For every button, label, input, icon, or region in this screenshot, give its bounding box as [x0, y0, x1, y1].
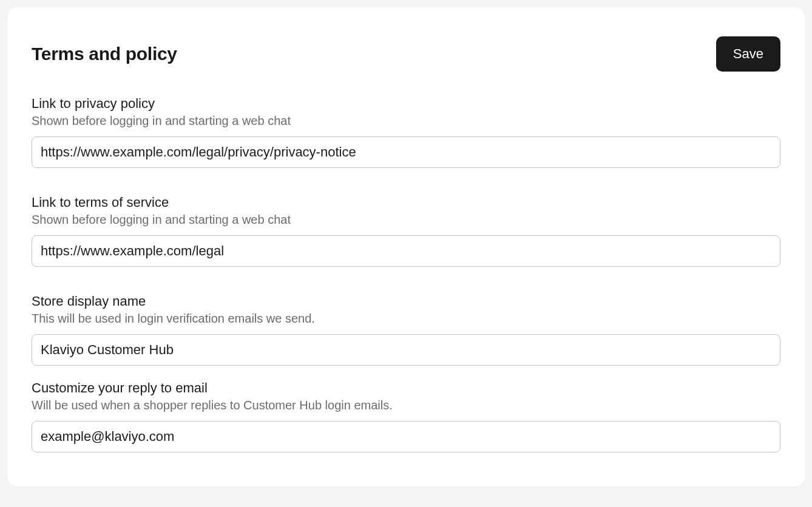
field-group-store-name: Store display name This will be used in …	[32, 294, 780, 366]
privacy-helper: Shown before logging in and starting a w…	[32, 114, 780, 128]
reply-to-input[interactable]	[32, 421, 780, 452]
store-name-label: Store display name	[32, 294, 780, 309]
field-group-privacy: Link to privacy policy Shown before logg…	[32, 96, 780, 168]
save-button[interactable]: Save	[716, 36, 780, 72]
privacy-label: Link to privacy policy	[32, 96, 780, 112]
reply-to-label: Customize your reply to email	[32, 380, 780, 396]
store-name-helper: This will be used in login verification …	[32, 312, 780, 326]
terms-helper: Shown before logging in and starting a w…	[32, 213, 780, 227]
terms-input[interactable]	[32, 235, 780, 267]
store-name-input[interactable]	[32, 334, 780, 366]
terms-label: Link to terms of service	[32, 195, 780, 210]
card-header: Terms and policy Save	[32, 36, 780, 72]
reply-to-helper: Will be used when a shopper replies to C…	[32, 398, 780, 412]
privacy-input[interactable]	[32, 136, 780, 168]
field-group-reply-to: Customize your reply to email Will be us…	[32, 380, 780, 452]
page-title: Terms and policy	[32, 44, 177, 64]
field-group-terms: Link to terms of service Shown before lo…	[32, 195, 780, 267]
terms-policy-card: Terms and policy Save Link to privacy po…	[7, 7, 805, 486]
